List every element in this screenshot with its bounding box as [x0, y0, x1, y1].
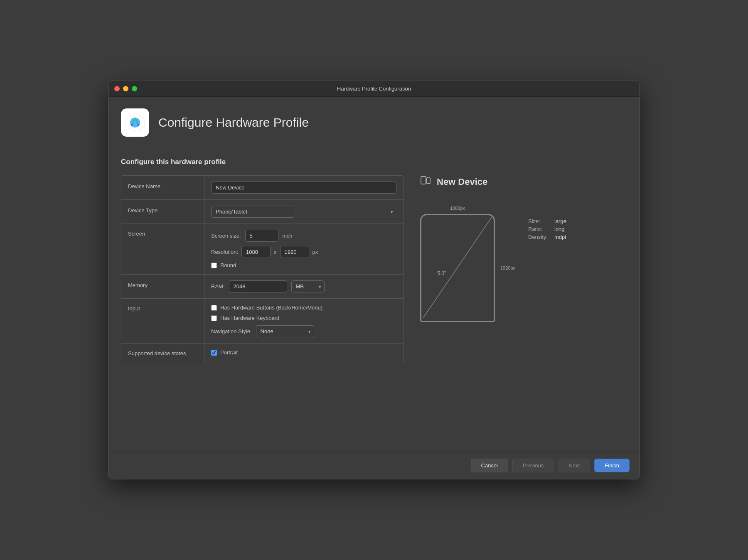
- svg-rect-6: [427, 178, 430, 184]
- ram-unit-select[interactable]: MB GB: [291, 280, 325, 292]
- page-header-title: Configure Hardware Profile: [158, 115, 309, 130]
- device-preview-icon: [420, 175, 431, 186]
- spec-ratio-val: long: [554, 226, 565, 232]
- supported-input-cell: Portrait: [204, 344, 403, 364]
- footer: Cancel Previous Next Finish: [108, 452, 640, 479]
- ram-unit-select-wrapper: MB GB: [291, 280, 325, 292]
- portrait-label: Portrait: [220, 349, 238, 356]
- screen-size-unit: inch: [283, 233, 293, 239]
- svg-line-7: [423, 217, 492, 318]
- resolution-x-input[interactable]: [241, 246, 271, 258]
- preview-header: New Device: [420, 175, 623, 193]
- spec-density-val: mdpi: [554, 234, 566, 240]
- size-label: 5.0": [437, 270, 446, 276]
- device-type-select[interactable]: Phone/Tablet Wear OS Desktop TV Automoti…: [211, 206, 294, 218]
- app-logo: [121, 108, 149, 137]
- portrait-row: Portrait: [211, 349, 396, 356]
- spec-density-key: Density:: [528, 234, 551, 240]
- next-button[interactable]: Next: [559, 459, 591, 472]
- preview-panel: New Device 1080px: [416, 175, 627, 452]
- window-title: Hardware Profile Configuration: [337, 86, 411, 92]
- preview-device-name: New Device: [437, 177, 487, 187]
- hardware-keyboard-label: Has Hardware Keyboard: [220, 315, 279, 321]
- spec-size-row: Size: large: [528, 218, 566, 224]
- input-input-cell: Has Hardware Buttons (Back/Home/Menu) Ha…: [204, 299, 403, 343]
- round-checkbox[interactable]: [211, 263, 217, 268]
- screen-label: Screen: [121, 224, 204, 274]
- device-type-input-cell: Phone/Tablet Wear OS Desktop TV Automoti…: [204, 200, 403, 224]
- close-button[interactable]: [114, 86, 120, 91]
- device-name-input[interactable]: [211, 182, 396, 194]
- header: Configure Hardware Profile: [108, 97, 640, 146]
- round-row: Round: [211, 262, 396, 268]
- preview-area: 1080px 1920px 5.0": [420, 201, 623, 324]
- device-name-label: Device Name: [121, 176, 204, 199]
- preview-device-icon: [420, 175, 431, 189]
- spec-ratio-row: Ratio: long: [528, 226, 566, 232]
- device-frame: 1920px 5.0": [420, 214, 495, 322]
- device-preview: 1080px 1920px 5.0": [420, 214, 495, 324]
- device-type-select-wrapper: Phone/Tablet Wear OS Desktop TV Automoti…: [211, 206, 396, 218]
- memory-inner-row: RAM: MB GB: [211, 280, 396, 292]
- main-window: Hardware Profile Configuration Configure…: [108, 81, 640, 479]
- minimize-button[interactable]: [123, 86, 128, 91]
- form-box: Device Name Device Type Phone/Tablet: [121, 175, 404, 364]
- hardware-buttons-label: Has Hardware Buttons (Back/Home/Menu): [220, 305, 322, 311]
- previous-button[interactable]: Previous: [512, 459, 554, 472]
- height-label: 1920px: [500, 265, 515, 270]
- resolution-unit: px: [312, 249, 318, 255]
- round-label: Round: [220, 262, 236, 268]
- spec-ratio-key: Ratio:: [528, 226, 551, 232]
- nav-style-label: Navigation Style:: [211, 328, 252, 334]
- device-name-input-cell: [204, 176, 403, 199]
- svg-point-4: [138, 124, 140, 126]
- portrait-checkbox[interactable]: [211, 350, 217, 356]
- device-type-row: Device Type Phone/Tablet Wear OS Desktop…: [121, 200, 403, 224]
- main-content: Configure this hardware profile Device N…: [108, 146, 640, 452]
- content-area: Device Name Device Type Phone/Tablet: [121, 175, 627, 452]
- titlebar: Hardware Profile Configuration: [108, 81, 640, 97]
- nav-style-row: Navigation Style: None Gesture 3 Button: [211, 325, 396, 337]
- spec-density-row: Density: mdpi: [528, 234, 566, 240]
- supported-states-row: Supported device states Portrait: [121, 344, 403, 364]
- device-name-row: Device Name: [121, 176, 403, 200]
- device-diagonal-svg: [421, 215, 494, 319]
- screen-size-input[interactable]: [245, 230, 278, 242]
- nav-style-select[interactable]: None Gesture 3 Button: [256, 325, 314, 337]
- memory-label: Memory: [121, 275, 204, 298]
- device-type-label: Device Type: [121, 200, 204, 224]
- hardware-keyboard-row: Has Hardware Keyboard: [211, 315, 396, 321]
- nav-style-select-wrapper: None Gesture 3 Button: [256, 325, 314, 337]
- screen-size-row: Screen size: inch: [211, 230, 396, 242]
- cancel-button[interactable]: Cancel: [471, 459, 508, 472]
- resolution-y-input[interactable]: [280, 246, 309, 258]
- ram-label: RAM:: [211, 283, 225, 290]
- supported-label: Supported device states: [121, 344, 204, 364]
- svg-point-2: [134, 118, 136, 120]
- hardware-keyboard-checkbox[interactable]: [211, 315, 217, 321]
- spec-size-key: Size:: [528, 218, 551, 224]
- hardware-buttons-checkbox[interactable]: [211, 305, 217, 311]
- screen-row: Screen Screen size: inch Resolution: x: [121, 224, 403, 275]
- spec-size-val: large: [554, 218, 566, 224]
- preview-specs: Size: large Ratio: long Density: mdpi: [528, 218, 566, 240]
- svg-point-3: [131, 124, 133, 126]
- hardware-buttons-row: Has Hardware Buttons (Back/Home/Menu): [211, 305, 396, 311]
- input-label: Input: [121, 299, 204, 343]
- ram-input[interactable]: [229, 280, 287, 292]
- android-studio-icon: [124, 112, 146, 133]
- finish-button[interactable]: Finish: [594, 459, 630, 472]
- maximize-button[interactable]: [132, 86, 137, 91]
- screen-input-cell: Screen size: inch Resolution: x px: [204, 224, 403, 274]
- memory-row: Memory RAM: MB GB: [121, 275, 403, 299]
- section-title: Configure this hardware profile: [121, 158, 627, 166]
- resolution-sep: x: [274, 249, 277, 255]
- width-label: 1080px: [450, 206, 465, 211]
- resolution-row: Resolution: x px: [211, 246, 396, 258]
- resolution-label: Resolution:: [211, 249, 238, 255]
- screen-size-label: Screen size:: [211, 233, 241, 239]
- form-panel: Device Name Device Type Phone/Tablet: [121, 175, 404, 452]
- input-row: Input Has Hardware Buttons (Back/Home/Me…: [121, 299, 403, 344]
- memory-input-cell: RAM: MB GB: [204, 275, 403, 298]
- traffic-lights: [114, 86, 137, 91]
